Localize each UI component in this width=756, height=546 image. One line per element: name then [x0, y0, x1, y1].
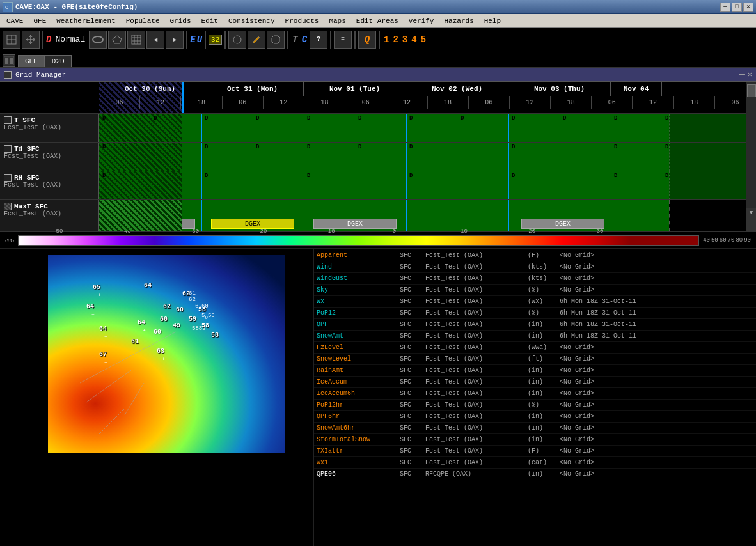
- svg-text:C: C: [5, 4, 8, 10]
- menu-hazards[interactable]: Hazards: [439, 16, 478, 26]
- current-time-marker: [182, 82, 184, 113]
- menu-edit-areas[interactable]: Edit Areas: [351, 16, 404, 26]
- wr-name-qpf: QPF: [317, 321, 400, 328]
- wr-type-snowlevel: SFC: [400, 355, 425, 363]
- prev-button[interactable]: ◀: [146, 31, 164, 49]
- menu-grids[interactable]: Grids: [165, 16, 196, 26]
- wr-type-sky: SFC: [400, 286, 425, 293]
- td-sfc-check[interactable]: Td SFC: [4, 145, 95, 153]
- wr-type-stormtotalsnow: SFC: [400, 436, 425, 443]
- menu-help[interactable]: Help: [479, 16, 506, 26]
- menu-consistency[interactable]: Consistency: [223, 16, 280, 26]
- wr-source-stormtotalsnow: Fcst_Test (OAX): [425, 436, 528, 443]
- wr-wind[interactable]: Wind SFC Fcst_Test (OAX) (kts) <No Grid>: [314, 261, 756, 273]
- minimize-button[interactable]: ─: [720, 3, 730, 12]
- wr-apparent[interactable]: Apparent SFC Fcst_Test (OAX) (F) <No Gri…: [314, 250, 756, 261]
- grid-vline: [304, 114, 304, 142]
- wr-qpf6hr[interactable]: QPF6hr SFC Fcst_Test (OAX) (in) <No Grid…: [314, 411, 756, 423]
- grid-vline: [201, 171, 202, 199]
- wr-time-iceaccum6h: <No Grid>: [560, 390, 594, 397]
- menu-weatherelement[interactable]: WeatherElement: [51, 16, 120, 26]
- wr-rainamt[interactable]: RainAmt SFC Fcst_Test (OAX) (in) <No Gri…: [314, 365, 756, 377]
- polygon-tool-button[interactable]: [108, 31, 126, 49]
- wr-iceaccum6h[interactable]: IceAccum6h SFC Fcst_Test (OAX) (in) <No …: [314, 388, 756, 400]
- help-tool-button[interactable]: ?: [310, 31, 327, 49]
- wr-unit-stormtotalsnow: (in): [528, 436, 560, 443]
- gm-vscroll[interactable]: ▼: [746, 82, 756, 217]
- scroll-down-icon[interactable]: ▼: [746, 208, 756, 217]
- gm-scroll-thumb[interactable]: [747, 84, 756, 97]
- td-sfc-checkbox[interactable]: [4, 145, 12, 153]
- t-sfc-check[interactable]: T SFC: [4, 116, 95, 124]
- close-button[interactable]: ✕: [743, 3, 753, 12]
- q-icon[interactable]: Q: [358, 31, 376, 49]
- paintbrush-button[interactable]: [248, 31, 265, 49]
- td-sfc-content[interactable]: D D D D D D D D D: [99, 143, 746, 171]
- wr-stormtotalsnow[interactable]: StormTotalSnow SFC Fcst_Test (OAX) (in) …: [314, 434, 756, 446]
- rh-sfc-checkbox[interactable]: [4, 174, 12, 182]
- maxt-sfc-check[interactable]: MaxT SFC: [4, 203, 95, 210]
- svg-line-22: [99, 409, 125, 434]
- wr-qpe06[interactable]: QPE06 SFC RFCQPE (OAX) (in) <No Grid>: [314, 469, 756, 480]
- fill-tool-button[interactable]: [267, 31, 285, 49]
- grid-select-button[interactable]: [127, 31, 145, 49]
- wr-iceaccum[interactable]: IceAccum SFC Fcst_Test (OAX) (in) <No Gr…: [314, 377, 756, 388]
- equals-button[interactable]: =: [334, 31, 352, 49]
- oval-tool-button[interactable]: [89, 31, 107, 49]
- t-icon: T: [291, 35, 299, 45]
- wr-name-sky: Sky: [317, 286, 400, 293]
- hour-12c: 12: [386, 96, 427, 109]
- tab-d2d[interactable]: D2D: [45, 55, 72, 67]
- gm-collapse-icon[interactable]: [4, 71, 12, 79]
- wr-txiattr[interactable]: TXIattr SFC Fcst_Test (OAX) (F) <No Grid…: [314, 446, 756, 457]
- day-nov03: Nov 03 (Thu): [508, 82, 611, 96]
- grid-vline: [508, 143, 509, 171]
- pan-tool-button[interactable]: [22, 31, 40, 49]
- menu-edit[interactable]: Edit: [196, 16, 223, 26]
- tab-gfe[interactable]: GFE: [18, 55, 45, 67]
- toolbar: D Normal ◀ ▶ E U 32 T C ? = Q 1 2 3 4 5: [0, 28, 756, 51]
- next-button[interactable]: ▶: [166, 31, 184, 49]
- wr-pop12[interactable]: PoP12 SFC Fcst_Test (OAX) (%) 6h Mon 18Z…: [314, 308, 756, 319]
- hour-06b: 06: [223, 96, 264, 109]
- t-sfc-checkbox[interactable]: [4, 116, 12, 124]
- wr-source-iceaccum: Fcst_Test (OAX): [425, 378, 528, 386]
- wr-fzlevel[interactable]: FzLevel SFC Fcst_Test (OAX) (wwa) <No Gr…: [314, 342, 756, 354]
- wr-sky[interactable]: Sky SFC Fcst_Test (OAX) (%) <No Grid>: [314, 285, 756, 296]
- d-marker: D: [358, 144, 361, 150]
- window-controls[interactable]: ─ □ ✕: [720, 3, 753, 12]
- wr-snowamt6hr[interactable]: SnowAmt6hr SFC Fcst_Test (OAX) (in) <No …: [314, 423, 756, 434]
- grid-vline: [201, 114, 202, 142]
- maxt-sfc-content[interactable]: DGEX DGEX DGEX DGEX: [99, 200, 746, 231]
- wr-qpf[interactable]: QPF SFC Fcst_Test (OAX) (in) 6h Mon 18Z …: [314, 319, 756, 331]
- rh-sfc-content[interactable]: D D D D D D D: [99, 171, 746, 199]
- scale-reset-icon[interactable]: ↻: [10, 237, 14, 244]
- gm-minimize-icon[interactable]: ─: [739, 69, 745, 81]
- wr-wx[interactable]: Wx SFC Fcst_Test (OAX) (wx) 6h Mon 18Z 3…: [314, 296, 756, 308]
- menu-products[interactable]: Products: [280, 16, 324, 26]
- circle-tool-button[interactable]: [228, 31, 246, 49]
- menu-gfe[interactable]: GFE: [28, 16, 51, 26]
- maximize-button[interactable]: □: [732, 3, 742, 12]
- wr-snowamt[interactable]: SnowAmt SFC Fcst_Test (OAX) (in) 6h Mon …: [314, 331, 756, 342]
- wr-pop12hr[interactable]: PoP12hr SFC Fcst_Test (OAX) (%) <No Grid…: [314, 400, 756, 411]
- wr-snowlevel[interactable]: SnowLevel SFC Fcst_Test (OAX) (ft) <No G…: [314, 354, 756, 365]
- svg-line-21: [125, 383, 144, 415]
- rh-sfc-check[interactable]: RH SFC: [4, 174, 95, 182]
- scale-label--20: -20: [256, 228, 267, 235]
- menu-populate[interactable]: Populate: [121, 16, 165, 26]
- wr-unit-iceaccum: (in): [528, 378, 560, 386]
- wr-windgust[interactable]: WindGust SFC Fcst_Test (OAX) (kts) <No G…: [314, 273, 756, 285]
- scale-zoom-icon[interactable]: ↺: [5, 237, 9, 244]
- wr-source-snowamt: Fcst_Test (OAX): [425, 332, 528, 339]
- wr-wx1[interactable]: Wx1 SFC Fcst_Test (OAX) (cat) <No Grid>: [314, 457, 756, 469]
- t-sfc-content[interactable]: D D D D D D D D D D D D: [99, 114, 746, 142]
- menu-verify[interactable]: Verify: [404, 16, 439, 26]
- menu-cave[interactable]: CAVE: [1, 16, 28, 26]
- select-tool-button[interactable]: [3, 31, 20, 49]
- menu-maps[interactable]: Maps: [324, 16, 350, 26]
- gm-close-icon[interactable]: ✕: [748, 70, 752, 79]
- maxt-sfc-checkbox[interactable]: [4, 203, 12, 210]
- weather-map[interactable]: 65 + 64 64 + 64 + 64 + 61 62 62 60 60: [48, 255, 285, 453]
- hour-06c: 06: [345, 96, 386, 109]
